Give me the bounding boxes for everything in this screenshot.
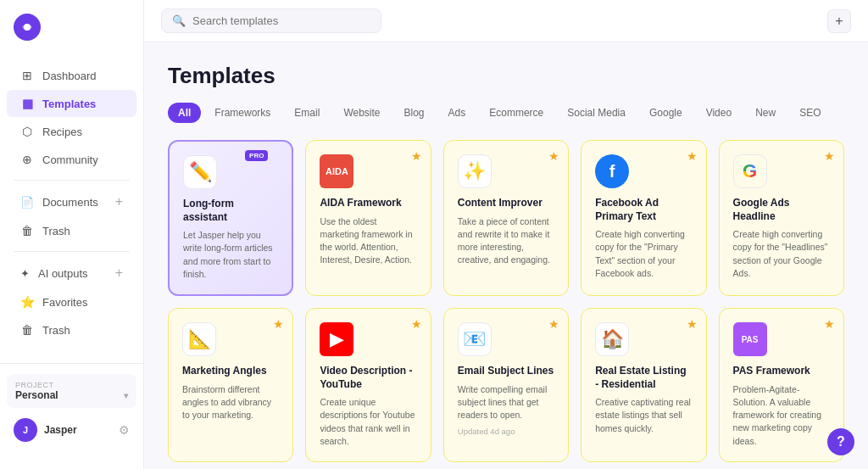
card-desc: Create high converting copy for the "Hea…	[733, 228, 830, 280]
documents-icon: 📄	[20, 196, 34, 209]
card-marketing-angles[interactable]: ★ 📐 Marketing Angles Brainstorm differen…	[168, 308, 293, 462]
sidebar-item-templates[interactable]: ▦ Templates	[7, 90, 136, 117]
card-title: Marketing Angles	[182, 365, 279, 378]
card-title: PAS Framework	[733, 365, 830, 378]
wand-icon: ✨	[458, 154, 492, 188]
long-form-icon: ✏️	[183, 155, 217, 189]
user-row: J Jasper ⚙	[7, 415, 136, 445]
card-title: Facebook Ad Primary Text	[595, 197, 692, 223]
card-desc: Create high converting copy for the "Pri…	[595, 228, 692, 280]
tab-new[interactable]: New	[745, 103, 786, 123]
tab-social-media[interactable]: Social Media	[557, 103, 636, 123]
star-icon: ★	[411, 149, 422, 163]
sidebar: ⊞ Dashboard ▦ Templates ⬡ Recipes ⊕ Comm…	[0, 0, 144, 469]
card-title: Real Estate Listing - Residential	[595, 365, 692, 391]
tab-ecommerce[interactable]: Ecommerce	[479, 103, 554, 123]
card-desc: Creative captivating real estate listing…	[595, 396, 692, 435]
sidebar-item-label: Community	[42, 154, 98, 166]
project-label: PROJECT	[15, 381, 128, 389]
sidebar-item-label: Recipes	[42, 126, 82, 138]
sidebar-nav: ⊞ Dashboard ▦ Templates ⬡ Recipes ⊕ Comm…	[0, 61, 143, 363]
sidebar-item-label: Dashboard	[42, 70, 97, 82]
sidebar-item-trash2[interactable]: 🗑 Trash	[7, 316, 136, 343]
google-icon: G	[733, 154, 767, 188]
card-desc: Take a piece of content and rewrite it t…	[458, 215, 554, 267]
settings-icon[interactable]: ⚙	[119, 423, 130, 437]
project-name: Personal ▾	[15, 389, 128, 401]
filter-tabs: All Frameworks Email Website Blog Ads Ec…	[168, 103, 844, 123]
add-ai-output-icon[interactable]: +	[115, 265, 123, 281]
sidebar-item-label: AI outputs	[38, 267, 88, 280]
main-area: 🔍 + Templates All Frameworks Email Websi…	[144, 0, 868, 469]
sidebar-item-label: Templates	[42, 98, 96, 110]
user-info: J Jasper	[14, 418, 77, 442]
star-icon: ★	[824, 317, 835, 331]
dashboard-icon: ⊞	[20, 69, 34, 82]
favorites-icon: ⭐	[20, 295, 34, 309]
card-video-desc[interactable]: ★ ▶ Video Description - YouTube Create u…	[305, 308, 431, 462]
svg-point-1	[24, 24, 31, 31]
project-box[interactable]: PROJECT Personal ▾	[7, 374, 136, 408]
card-google-ads[interactable]: ★ G Google Ads Headline Create high conv…	[719, 140, 844, 296]
house-icon: 🏠	[595, 322, 629, 356]
sidebar-item-dashboard[interactable]: ⊞ Dashboard	[7, 62, 136, 89]
card-real-estate[interactable]: ★ 🏠 Real Estate Listing - Residential Cr…	[581, 308, 706, 462]
youtube-icon: ▶	[320, 322, 353, 356]
card-long-form[interactable]: PRO ✏️ Long-form assistant Let Jasper he…	[168, 140, 293, 296]
aida-icon: AIDA	[320, 154, 353, 188]
card-title: Video Description - YouTube	[320, 365, 416, 391]
star-icon: ★	[687, 317, 698, 331]
tab-all[interactable]: All	[168, 103, 201, 123]
email-icon: 📧	[458, 322, 492, 356]
card-desc: Write compelling email subject lines tha…	[458, 383, 554, 422]
card-title: Long-form assistant	[183, 198, 278, 224]
tab-google[interactable]: Google	[639, 103, 693, 123]
sidebar-item-documents[interactable]: 📄 Documents +	[7, 187, 136, 216]
pas-icon: PAS	[733, 322, 767, 356]
help-button[interactable]: ?	[827, 428, 854, 455]
tab-frameworks[interactable]: Frameworks	[204, 103, 281, 123]
tab-blog[interactable]: Blog	[394, 103, 435, 123]
card-desc: Brainstorm different angles to add vibra…	[182, 383, 279, 422]
card-email-subject[interactable]: ★ 📧 Email Subject Lines Write compelling…	[443, 308, 569, 462]
sidebar-item-trash1[interactable]: 🗑 Trash	[7, 217, 136, 244]
card-desc: Create unique descriptions for Youtube v…	[320, 396, 416, 448]
sidebar-item-label: Trash	[42, 225, 70, 237]
search-input[interactable]	[192, 14, 370, 27]
sidebar-item-favorites[interactable]: ⭐ Favorites	[7, 288, 136, 315]
tab-website[interactable]: Website	[333, 103, 390, 123]
chevron-down-icon: ▾	[124, 391, 128, 400]
add-document-icon[interactable]: +	[115, 194, 123, 209]
app-logo	[0, 14, 143, 61]
sidebar-divider	[14, 180, 130, 181]
recipes-icon: ⬡	[20, 125, 34, 138]
card-aida[interactable]: ★ AIDA AIDA Framework Use the oldest mar…	[305, 140, 431, 296]
card-fb-ad[interactable]: ★ f Facebook Ad Primary Text Create high…	[581, 140, 706, 296]
topbar-add-button[interactable]: +	[827, 9, 851, 33]
trash-icon: 🗑	[20, 224, 34, 237]
sidebar-divider2	[14, 251, 130, 252]
pro-badge: PRO	[245, 150, 268, 161]
card-updated: Updated 4d ago	[458, 427, 554, 436]
card-title: AIDA Framework	[320, 197, 416, 210]
sidebar-item-ai-outputs[interactable]: ✦ AI outputs +	[7, 259, 136, 288]
card-title: Content Improver	[458, 197, 554, 210]
card-desc: Use the oldest marketing framework in th…	[320, 215, 416, 267]
page-title: Templates	[168, 63, 844, 89]
card-content-improver[interactable]: ★ ✨ Content Improver Take a piece of con…	[443, 140, 569, 296]
search-box[interactable]: 🔍	[161, 8, 381, 33]
tab-email[interactable]: Email	[284, 103, 330, 123]
sidebar-item-recipes[interactable]: ⬡ Recipes	[7, 118, 136, 145]
card-desc: Let Jasper help you write long-form arti…	[183, 229, 278, 281]
card-title: Email Subject Lines	[458, 365, 554, 378]
sidebar-item-community[interactable]: ⊕ Community	[7, 146, 136, 173]
card-title: Google Ads Headline	[733, 197, 830, 223]
fb-icon: f	[595, 154, 629, 188]
star-icon: ★	[548, 149, 559, 163]
sidebar-item-label: Documents	[42, 196, 98, 209]
tab-ads[interactable]: Ads	[438, 103, 476, 123]
tab-video[interactable]: Video	[696, 103, 742, 123]
card-pas[interactable]: ★ PAS PAS Framework Problem-Agitate-Solu…	[719, 308, 844, 462]
content-area: Templates All Frameworks Email Website B…	[144, 42, 868, 469]
tab-seo[interactable]: SEO	[789, 103, 831, 123]
